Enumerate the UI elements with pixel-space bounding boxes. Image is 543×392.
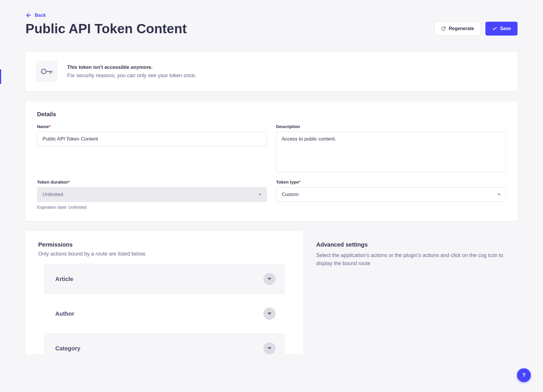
description-field-group: Description Access to public content. bbox=[276, 124, 506, 173]
chevron-down-icon bbox=[267, 278, 272, 280]
expand-toggle[interactable] bbox=[263, 342, 276, 354]
permission-item-label: Article bbox=[55, 276, 73, 282]
key-icon bbox=[41, 67, 52, 75]
regenerate-label: Regenerate bbox=[449, 26, 474, 31]
permission-item-author[interactable]: Author bbox=[45, 299, 285, 329]
chevron-down-icon bbox=[267, 347, 272, 350]
back-link[interactable]: Back bbox=[25, 12, 46, 19]
advanced-settings-card: Advanced settings Select the application… bbox=[304, 231, 518, 354]
permission-item-label: Author bbox=[55, 310, 74, 317]
name-field-group: Name* bbox=[37, 124, 267, 173]
type-label: Token type* bbox=[276, 180, 506, 184]
expand-toggle[interactable] bbox=[263, 308, 276, 320]
key-icon-wrap bbox=[36, 61, 57, 82]
back-label: Back bbox=[35, 13, 46, 18]
permission-item-category[interactable]: Category bbox=[45, 333, 285, 354]
chevron-down-icon bbox=[267, 313, 272, 315]
regenerate-button[interactable]: Regenerate bbox=[434, 22, 480, 36]
save-label: Save bbox=[500, 26, 511, 31]
description-input[interactable]: Access to public content. bbox=[276, 132, 506, 172]
page-title: Public API Token Content bbox=[25, 21, 187, 36]
details-card: Details Name* Description Access to publ… bbox=[25, 101, 518, 221]
chevron-down-icon bbox=[498, 194, 500, 195]
type-value: Custom bbox=[282, 192, 299, 197]
refresh-icon bbox=[441, 26, 446, 31]
description-label: Description bbox=[276, 124, 506, 129]
permission-item-label: Category bbox=[55, 345, 80, 352]
expand-toggle[interactable] bbox=[263, 273, 276, 285]
nav-active-indicator bbox=[0, 69, 1, 84]
duration-field-group: Token duration* Unlimited Expiration dat… bbox=[37, 180, 267, 210]
permission-item-article[interactable]: Article bbox=[45, 264, 285, 294]
svg-rect-3 bbox=[49, 71, 51, 74]
arrow-left-icon bbox=[25, 12, 32, 19]
alert-subtitle: For security reasons, you can only see y… bbox=[67, 73, 196, 79]
alert-title: This token isn't accessible anymore. bbox=[67, 64, 196, 70]
expiration-hint: Expiration date: Unlimited bbox=[37, 205, 267, 210]
permissions-subtitle: Only actions bound by a route are listed… bbox=[38, 251, 291, 257]
save-button[interactable]: Save bbox=[485, 22, 518, 36]
duration-label: Token duration* bbox=[37, 180, 267, 184]
svg-point-1 bbox=[41, 69, 46, 74]
duration-value: Unlimited bbox=[43, 192, 63, 197]
permissions-title: Permissions bbox=[38, 241, 291, 248]
name-input[interactable] bbox=[37, 132, 267, 146]
svg-rect-2 bbox=[45, 71, 52, 72]
details-section-title: Details bbox=[37, 111, 506, 118]
permissions-card: Permissions Only actions bound by a rout… bbox=[25, 231, 304, 354]
check-icon bbox=[492, 26, 497, 31]
advanced-title: Advanced settings bbox=[316, 241, 505, 248]
duration-select[interactable]: Unlimited bbox=[37, 187, 267, 202]
chevron-down-icon bbox=[258, 194, 261, 195]
permissions-list: Article Author Category bbox=[38, 264, 291, 354]
advanced-subtitle: Select the application's actions or the … bbox=[316, 252, 505, 268]
svg-rect-4 bbox=[51, 71, 52, 73]
name-label: Name* bbox=[37, 124, 267, 129]
type-select[interactable]: Custom bbox=[276, 187, 506, 202]
type-field-group: Token type* Custom bbox=[276, 180, 506, 210]
token-alert: This token isn't accessible anymore. For… bbox=[25, 51, 518, 91]
